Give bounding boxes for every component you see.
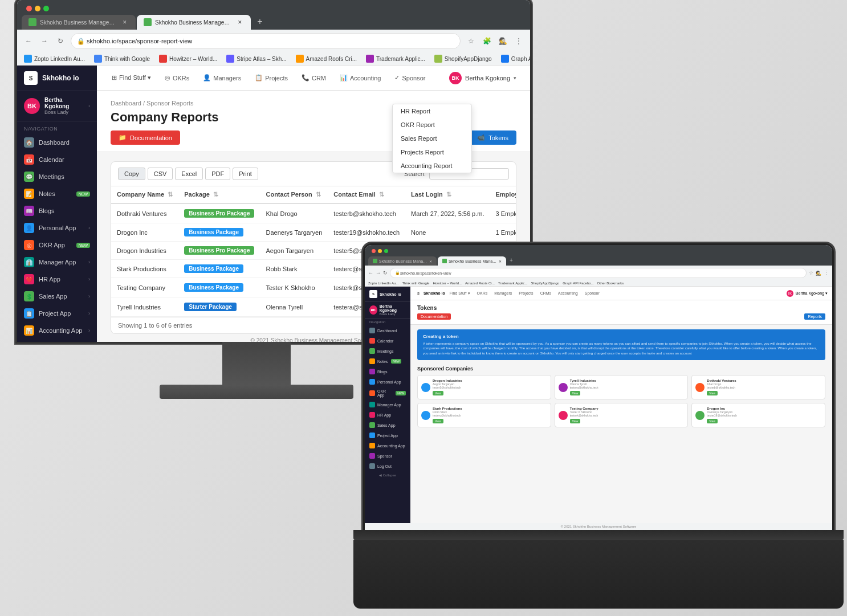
copy-button[interactable]: Copy xyxy=(118,168,145,180)
bookmark-trademark[interactable]: Trademark Applic... xyxy=(364,54,427,64)
window-close-icon[interactable] xyxy=(26,6,32,11)
top-nav-crm[interactable]: 📞 CRM xyxy=(296,71,332,85)
tokens-button[interactable]: 📹 Tokens xyxy=(469,130,516,145)
window-minimize-icon[interactable] xyxy=(35,6,40,11)
laptop-nav-sponsor[interactable]: Sponsor xyxy=(583,290,602,296)
bookmark-howitzer[interactable]: Howitzer – World... xyxy=(157,54,219,64)
laptop-sidebar-okr-app[interactable]: OKR App NEW xyxy=(365,387,410,399)
tab-close-2[interactable]: ✕ xyxy=(236,18,244,26)
col-contact-email[interactable]: Contact Email ⇅ xyxy=(328,186,405,203)
laptop-back-button[interactable]: ← xyxy=(368,270,373,276)
laptop-bookmark-7[interactable]: Graph API Facebo... xyxy=(563,282,593,285)
laptop-bookmark-6[interactable]: ShopifyAppDjango xyxy=(531,282,559,285)
excel-button[interactable]: Excel xyxy=(175,168,203,180)
bookmark-star-icon[interactable]: ☆ xyxy=(464,34,478,48)
laptop-incognito-icon[interactable]: 🕵 xyxy=(816,271,821,276)
csv-button[interactable]: CSV xyxy=(148,168,173,180)
window-maximize-icon[interactable] xyxy=(43,6,49,11)
laptop-company-button[interactable]: View xyxy=(570,391,581,395)
bookmark-stripe[interactable]: Stripe Atlas – Skh... xyxy=(224,54,288,64)
sidebar-item-meetings[interactable]: 💬 Meetings xyxy=(17,168,97,185)
laptop-bookmark-5[interactable]: Trademark Applic... xyxy=(498,282,527,285)
laptop-sidebar-calendar[interactable]: Calendar xyxy=(365,336,410,346)
laptop-nav-okrs[interactable]: OKRs xyxy=(475,290,490,296)
laptop-maximize-icon[interactable] xyxy=(384,249,388,253)
sidebar-item-blogs[interactable]: 📖 Blogs xyxy=(17,202,97,219)
laptop-company-button[interactable]: View xyxy=(433,419,443,423)
laptop-nav-accounting[interactable]: Accounting xyxy=(556,290,580,296)
sidebar-item-calendar[interactable]: 📅 Calendar xyxy=(17,151,97,168)
refresh-button[interactable]: ↻ xyxy=(54,34,67,48)
top-nav-okrs[interactable]: ◎ OKRs xyxy=(159,71,195,85)
laptop-refresh-button[interactable]: ↻ xyxy=(383,270,388,276)
top-nav-managers[interactable]: 👤 Managers xyxy=(197,71,247,85)
laptop-nav-managers[interactable]: Managers xyxy=(492,290,514,296)
laptop-nav-user[interactable]: BK Bertha Kgokong ▾ xyxy=(787,290,828,297)
incognito-icon[interactable]: 🕵 xyxy=(496,34,510,48)
bookmark-graph[interactable]: Graph API Facebo... xyxy=(499,54,530,64)
tab-close-1[interactable]: ✕ xyxy=(121,18,129,26)
browser-tab-1[interactable]: Skhokho Business Manageme... ✕ xyxy=(22,15,136,30)
bookmark-zopto[interactable]: Zopto LinkedIn Au... xyxy=(22,54,87,64)
laptop-nav-crms[interactable]: CRMs xyxy=(538,290,553,296)
laptop-tab-close-1[interactable]: ✕ xyxy=(429,259,432,263)
laptop-bookmark-1[interactable]: Zopto LinkedIn Au... xyxy=(368,282,398,285)
okr-report-item[interactable]: OKR Report xyxy=(393,118,471,132)
laptop-close-icon[interactable] xyxy=(372,249,376,253)
col-contact-person[interactable]: Contact Person ⇅ xyxy=(260,186,328,203)
laptop-company-button[interactable]: View xyxy=(570,419,581,423)
hr-report-item[interactable]: HR Report xyxy=(393,104,471,118)
laptop-company-button[interactable]: View xyxy=(433,391,443,395)
sidebar-item-personal-app[interactable]: 👤 Personal App › xyxy=(17,219,97,236)
laptop-bookmark-2[interactable]: Think with Google xyxy=(402,282,429,285)
laptop-sidebar-sales-app[interactable]: Sales App xyxy=(365,420,410,430)
laptop-star-icon[interactable]: ☆ xyxy=(809,270,813,276)
laptop-doc-button[interactable]: Documentation xyxy=(417,313,451,320)
col-company-name[interactable]: Company Name ⇅ xyxy=(111,186,178,203)
laptop-sidebar-blogs[interactable]: Blogs xyxy=(365,366,410,377)
laptop-sidebar-dashboard[interactable]: Dashboard xyxy=(365,325,410,336)
extensions-icon[interactable]: 🧩 xyxy=(480,34,494,48)
laptop-sidebar-meetings[interactable]: Meetings xyxy=(365,346,410,356)
laptop-bookmark-3[interactable]: Howitzer – World... xyxy=(433,282,462,285)
laptop-company-button[interactable]: View xyxy=(707,419,718,423)
sidebar-item-sales-app[interactable]: 💲 Sales App › xyxy=(17,288,97,305)
laptop-reports-button[interactable]: Reports xyxy=(804,313,825,320)
laptop-tab-2[interactable]: Skhokho Business Manage... ✕ xyxy=(438,256,506,266)
top-nav-find-stuff[interactable]: ⊞ Find Stuff ▾ xyxy=(106,71,157,85)
print-button[interactable]: Print xyxy=(233,168,258,180)
laptop-tab-close-2[interactable]: ✕ xyxy=(499,259,502,263)
laptop-minimize-icon[interactable] xyxy=(378,249,382,253)
menu-dots-icon[interactable]: ⋮ xyxy=(512,34,526,48)
back-button[interactable]: ← xyxy=(22,34,35,48)
laptop-sidebar-user[interactable]: BK Bertha Kgokong Boss Lady xyxy=(365,302,410,319)
bookmark-amazed[interactable]: Amazed Roofs Cri... xyxy=(294,54,359,64)
top-nav-user[interactable]: BK Bertha Kgokong ▾ xyxy=(445,70,521,87)
laptop-sidebar-logout[interactable]: Log Out xyxy=(365,461,410,471)
col-employees[interactable]: Employees ⇅ xyxy=(490,186,517,203)
bookmark-google[interactable]: Think with Google xyxy=(92,54,152,64)
forward-button[interactable]: → xyxy=(38,34,51,48)
breadcrumb-dashboard[interactable]: Dashboard xyxy=(111,100,141,107)
sidebar-item-project-app[interactable]: 📋 Project App › xyxy=(17,305,97,322)
laptop-sidebar-project-app[interactable]: Project App xyxy=(365,430,410,440)
sidebar-user[interactable]: BK Bertha Kgokong Boss Lady › xyxy=(17,91,97,121)
sidebar-item-hr-app[interactable]: ❤️ HR App › xyxy=(17,271,97,288)
sidebar-item-sponsor[interactable]: ✓ Sponsor › xyxy=(17,339,97,342)
sidebar-item-accounting-app[interactable]: 📊 Accounting App › xyxy=(17,322,97,339)
laptop-new-tab-button[interactable]: + xyxy=(507,255,515,266)
col-last-login[interactable]: Last Login ⇅ xyxy=(405,186,490,203)
laptop-sidebar-sponsor[interactable]: Sponsor xyxy=(365,451,410,461)
accounting-report-item[interactable]: Accounting Report xyxy=(393,159,471,173)
top-nav-projects[interactable]: 📋 Projects xyxy=(249,71,294,85)
sidebar-item-okr-app[interactable]: ◎ OKR App NEW xyxy=(17,236,97,254)
bookmark-shopify[interactable]: ShopifyAppDjango xyxy=(432,54,494,64)
top-nav-sponsor[interactable]: ✓ Sponsor xyxy=(389,71,431,85)
sidebar-item-notes[interactable]: 📝 Notes NEW xyxy=(17,185,97,202)
documentation-button[interactable]: 📁 Documentation xyxy=(111,130,180,145)
pdf-button[interactable]: PDF xyxy=(205,168,230,180)
laptop-sidebar-accounting-app[interactable]: Accounting App xyxy=(365,440,410,451)
top-nav-accounting[interactable]: 📊 Accounting xyxy=(334,71,386,85)
laptop-forward-button[interactable]: → xyxy=(376,270,381,276)
laptop-bookmark-4[interactable]: Amazed Roots Cr... xyxy=(465,282,495,285)
